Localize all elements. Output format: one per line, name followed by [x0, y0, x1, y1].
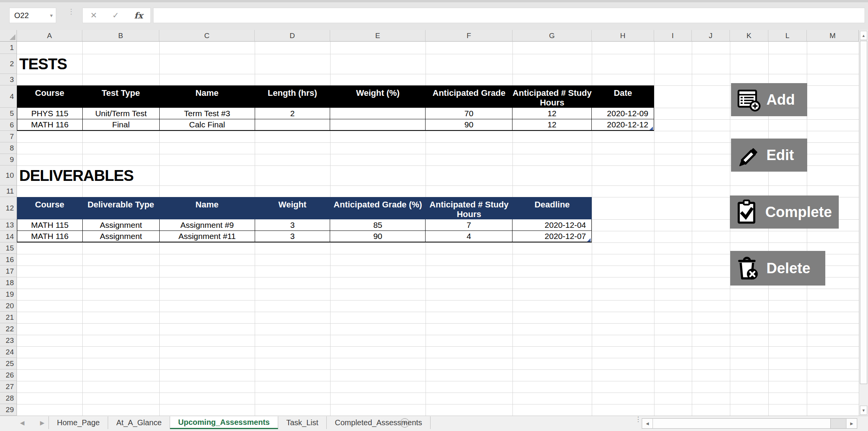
column-header-B[interactable]: B	[82, 30, 159, 42]
cell[interactable]: 2020-12-07	[512, 231, 592, 242]
cell[interactable]: 3	[255, 219, 331, 231]
deliverables-table-resize-handle[interactable]	[587, 238, 591, 242]
deliverables-col-header[interactable]: Name	[159, 197, 255, 219]
column-header-L[interactable]: L	[768, 30, 807, 42]
column-header-J[interactable]: J	[692, 30, 730, 42]
row-header-10[interactable]: 10	[0, 165, 17, 185]
cell[interactable]: 2	[255, 108, 331, 119]
cancel-icon[interactable]: ✕	[90, 11, 97, 20]
tests-col-header[interactable]: Anticipated # Study Hours	[512, 85, 592, 108]
cell[interactable]: 4	[426, 231, 512, 242]
row-header-17[interactable]: 17	[0, 266, 17, 277]
tests-col-header[interactable]: Test Type	[82, 85, 159, 108]
cell[interactable]: 90	[426, 119, 512, 131]
deliverables-col-header[interactable]: Anticipated Grade (%)	[330, 197, 426, 219]
cell[interactable]: Assignment	[83, 219, 160, 231]
column-header-D[interactable]: D	[255, 30, 330, 42]
row-header-11[interactable]: 11	[0, 185, 17, 197]
row-header-13[interactable]: 13	[0, 219, 17, 231]
tests-table-resize-handle[interactable]	[649, 127, 653, 130]
cell[interactable]	[330, 108, 426, 119]
scroll-left-icon[interactable]: ◀	[642, 419, 653, 428]
vertical-scrollbar-thumb[interactable]	[860, 41, 867, 384]
cell[interactable]	[255, 119, 331, 131]
column-header-K[interactable]: K	[730, 30, 768, 42]
sheet-tab-Task_List[interactable]: Task_List	[278, 416, 327, 429]
column-header-M[interactable]: M	[807, 30, 859, 42]
insert-function-icon[interactable]: fx	[134, 10, 143, 20]
row-header-21[interactable]: 21	[0, 312, 17, 323]
row-header-22[interactable]: 22	[0, 323, 17, 335]
row-header-16[interactable]: 16	[0, 254, 17, 266]
name-box[interactable]: O22 ▾	[9, 8, 56, 23]
cell[interactable]: MATH 116	[17, 231, 83, 242]
cell[interactable]: 2020-12-09	[592, 108, 654, 119]
cell[interactable]: 2020-12-12	[592, 119, 654, 131]
row-header-3[interactable]: 3	[0, 74, 17, 85]
cell[interactable]: Assignment #9	[160, 219, 255, 231]
horizontal-scrollbar-track[interactable]	[831, 419, 846, 428]
cell[interactable]: MATH 115	[17, 219, 83, 231]
deliverables-col-header[interactable]: Deliverable Type	[82, 197, 159, 219]
cell[interactable]: 12	[512, 119, 592, 131]
formula-input[interactable]	[153, 8, 865, 23]
horizontal-scrollbar[interactable]: ◀ ▶	[642, 418, 857, 429]
row-header-2[interactable]: 2	[0, 54, 17, 74]
row-header-24[interactable]: 24	[0, 346, 17, 358]
cell[interactable]: 12	[512, 108, 592, 119]
row-header-1[interactable]: 1	[0, 42, 17, 54]
cell[interactable]: 85	[330, 219, 426, 231]
cell[interactable]: PHYS 115	[17, 108, 83, 119]
add-button[interactable]: Add	[731, 83, 807, 116]
cell[interactable]: 3	[255, 231, 331, 242]
sheet-tab-Completed_Assessments[interactable]: Completed_Assessments	[327, 416, 431, 429]
tests-col-header[interactable]: Course	[17, 85, 82, 108]
tabs-scroll-left-icon[interactable]: ◀	[20, 419, 25, 426]
row-header-26[interactable]: 26	[0, 369, 17, 381]
cell[interactable]: Assignment #11	[160, 231, 255, 242]
row-header-29[interactable]: 29	[0, 404, 17, 416]
scroll-right-icon[interactable]: ▶	[846, 419, 857, 428]
row-header-14[interactable]: 14	[0, 231, 17, 242]
edit-button[interactable]: Edit	[731, 139, 807, 172]
tabs-scroll-right-icon[interactable]: ▶	[40, 419, 45, 426]
sheet-tab-At_A_Glance[interactable]: At_A_Glance	[108, 416, 170, 429]
cell[interactable]: 70	[426, 108, 512, 119]
cell[interactable]: 2020-12-04	[512, 219, 592, 231]
column-header-C[interactable]: C	[159, 30, 255, 42]
select-all-button[interactable]	[0, 30, 17, 42]
horizontal-scrollbar-thumb[interactable]	[653, 419, 831, 428]
tab-scroll-splitter-icon[interactable]: ⋮	[635, 418, 641, 421]
row-header-27[interactable]: 27	[0, 381, 17, 393]
row-header-28[interactable]: 28	[0, 393, 17, 404]
row-header-23[interactable]: 23	[0, 335, 17, 346]
column-header-E[interactable]: E	[330, 30, 426, 42]
cell[interactable]	[330, 119, 426, 131]
complete-button[interactable]: Complete	[730, 195, 839, 229]
deliverables-col-header[interactable]: Weight	[255, 197, 330, 219]
cell[interactable]: 7	[426, 219, 512, 231]
row-header-15[interactable]: 15	[0, 242, 17, 254]
cell[interactable]: Unit/Term Test	[83, 108, 160, 119]
scroll-up-icon[interactable]: ▲	[860, 31, 867, 40]
tests-col-header[interactable]: Name	[159, 85, 255, 108]
cell[interactable]: MATH 116	[17, 119, 83, 131]
row-header-7[interactable]: 7	[0, 131, 17, 142]
row-header-20[interactable]: 20	[0, 300, 17, 312]
row-header-9[interactable]: 9	[0, 154, 17, 165]
row-header-8[interactable]: 8	[0, 142, 17, 154]
vertical-scrollbar[interactable]: ▲ ▼	[859, 30, 868, 416]
column-header-A[interactable]: A	[17, 30, 82, 42]
sheet-tab-Upcoming_Assessments[interactable]: Upcoming_Assessments	[170, 416, 278, 429]
column-header-I[interactable]: I	[654, 30, 692, 42]
column-header-F[interactable]: F	[426, 30, 512, 42]
column-header-H[interactable]: H	[592, 30, 654, 42]
deliverables-col-header[interactable]: Anticipated # Study Hours	[426, 197, 512, 219]
row-header-4[interactable]: 4	[0, 85, 17, 108]
column-header-G[interactable]: G	[512, 30, 592, 42]
enter-icon[interactable]: ✓	[112, 11, 119, 20]
tests-col-header[interactable]: Anticipated Grade	[426, 85, 512, 108]
cell[interactable]: Calc Final	[160, 119, 255, 131]
tests-col-header[interactable]: Weight (%)	[330, 85, 426, 108]
row-header-25[interactable]: 25	[0, 358, 17, 369]
